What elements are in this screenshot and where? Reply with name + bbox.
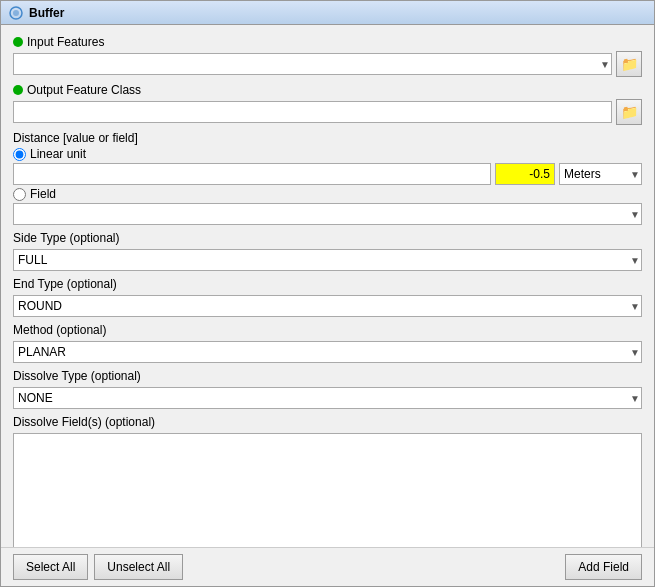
method-label: Method (optional) (13, 323, 642, 337)
side-type-group: Side Type (optional) FULL LEFT RIGHT OUT… (13, 231, 642, 271)
dissolve-type-select-wrapper: NONE ALL LIST ▼ (13, 387, 642, 409)
field-select[interactable] (13, 203, 642, 225)
unit-select-wrapper: Meters Feet Kilometers Miles Yards ▼ (559, 163, 642, 185)
linear-unit-row: Meters Feet Kilometers Miles Yards ▼ (13, 163, 642, 185)
linear-unit-radio-label[interactable]: Linear unit (30, 147, 86, 161)
output-input-row: 📁 (13, 99, 642, 125)
input-features-input-row: ▼ 📁 (13, 51, 642, 77)
distance-section: Distance [value or field] Linear unit Me… (13, 131, 642, 225)
output-label: Output Feature Class (27, 83, 141, 97)
method-group: Method (optional) PLANAR GEODESIC ▼ (13, 323, 642, 363)
method-select-wrapper: PLANAR GEODESIC ▼ (13, 341, 642, 363)
field-select-wrapper: ▼ (13, 203, 642, 225)
bottom-right-buttons: Add Field (565, 554, 642, 580)
input-features-select-wrapper: ▼ (13, 53, 612, 75)
bottom-left-buttons: Select All Unselect All (13, 554, 183, 580)
bottom-bar: Select All Unselect All Add Field (1, 547, 654, 586)
add-field-button[interactable]: Add Field (565, 554, 642, 580)
end-type-select-wrapper: ROUND FLAT ▼ (13, 295, 642, 317)
linear-unit-spacer-input[interactable] (13, 163, 491, 185)
dissolve-fields-group: Dissolve Field(s) (optional) (13, 415, 642, 547)
unit-select[interactable]: Meters Feet Kilometers Miles Yards (559, 163, 642, 185)
output-label-row: Output Feature Class (13, 83, 642, 97)
unselect-all-button[interactable]: Unselect All (94, 554, 183, 580)
end-type-label: End Type (optional) (13, 277, 642, 291)
window-title: Buffer (29, 6, 64, 20)
input-features-select[interactable] (13, 53, 612, 75)
output-browse-button[interactable]: 📁 (616, 99, 642, 125)
input-features-group: Input Features ▼ 📁 (13, 35, 642, 77)
output-browse-folder-icon: 📁 (621, 104, 638, 120)
field-radio-label[interactable]: Field (30, 187, 56, 201)
side-type-select[interactable]: FULL LEFT RIGHT OUTSIDE_ONLY (13, 249, 642, 271)
side-type-select-wrapper: FULL LEFT RIGHT OUTSIDE_ONLY ▼ (13, 249, 642, 271)
buffer-window: Buffer Input Features ▼ 📁 (0, 0, 655, 587)
side-type-label: Side Type (optional) (13, 231, 642, 245)
dissolve-type-label: Dissolve Type (optional) (13, 369, 642, 383)
input-features-label: Input Features (27, 35, 104, 49)
distance-label: Distance [value or field] (13, 131, 642, 145)
end-type-select[interactable]: ROUND FLAT (13, 295, 642, 317)
output-feature-class-group: Output Feature Class 📁 (13, 83, 642, 125)
input-features-dot (13, 37, 23, 47)
field-radio[interactable] (13, 188, 26, 201)
dissolve-fields-area[interactable] (13, 433, 642, 547)
linear-unit-radio-row: Linear unit (13, 147, 642, 161)
dissolve-type-group: Dissolve Type (optional) NONE ALL LIST ▼ (13, 369, 642, 409)
output-text-input[interactable] (13, 101, 612, 123)
svg-point-1 (13, 10, 19, 16)
distance-value-input[interactable] (495, 163, 555, 185)
select-all-button[interactable]: Select All (13, 554, 88, 580)
field-radio-row: Field (13, 187, 642, 201)
browse-folder-icon: 📁 (621, 56, 638, 72)
method-select[interactable]: PLANAR GEODESIC (13, 341, 642, 363)
dissolve-type-select[interactable]: NONE ALL LIST (13, 387, 642, 409)
buffer-icon (9, 6, 23, 20)
input-features-label-row: Input Features (13, 35, 642, 49)
linear-unit-radio[interactable] (13, 148, 26, 161)
input-features-browse-button[interactable]: 📁 (616, 51, 642, 77)
form-content: Input Features ▼ 📁 Output Feature Class (1, 25, 654, 547)
end-type-group: End Type (optional) ROUND FLAT ▼ (13, 277, 642, 317)
title-bar: Buffer (1, 1, 654, 25)
dissolve-fields-label: Dissolve Field(s) (optional) (13, 415, 642, 429)
output-dot (13, 85, 23, 95)
